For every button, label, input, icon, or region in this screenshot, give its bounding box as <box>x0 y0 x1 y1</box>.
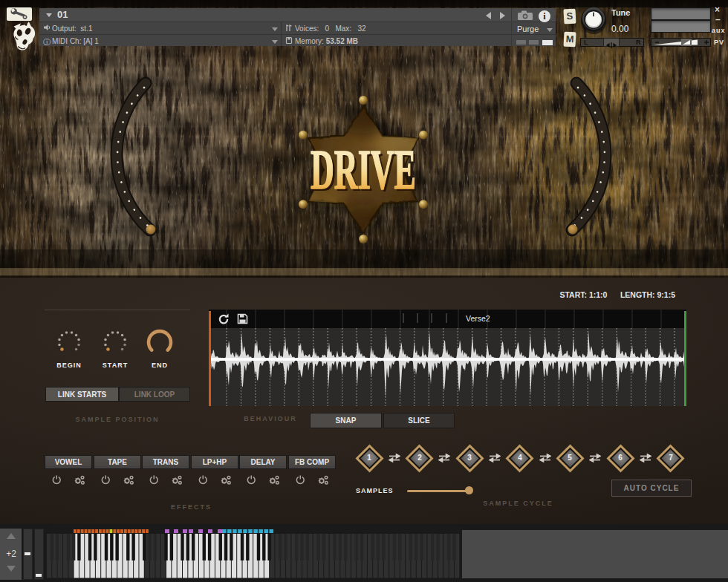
svg-text:DRIVE: DRIVE <box>311 138 416 200</box>
